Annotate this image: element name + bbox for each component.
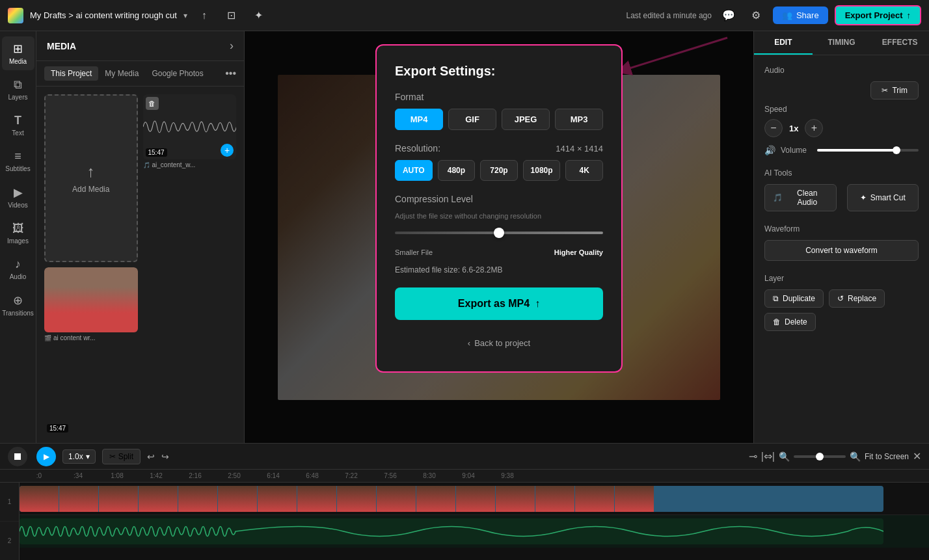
media-item-video[interactable]: 15:47 🎬 ai content wr... xyxy=(44,267,138,435)
resolution-4k-button[interactable]: 4K xyxy=(565,160,603,181)
media-tab-this-project[interactable]: This Project xyxy=(44,66,98,81)
volume-slider[interactable] xyxy=(817,149,919,152)
share-upload-icon[interactable]: ↑ xyxy=(194,5,215,26)
sidebar-item-videos[interactable]: ▶ Videos xyxy=(2,180,34,214)
media-grid: ↑ Add Media 🗑 15:47 + 🎵 ai_content_w... xyxy=(36,87,244,443)
top-bar: My Drafts > ai content writing rough cut… xyxy=(0,0,929,31)
speed-label: Speed xyxy=(764,105,787,114)
play-button[interactable] xyxy=(8,447,27,466)
fit-markers-icon[interactable]: |⇔| xyxy=(761,450,775,462)
resolution-auto-button[interactable]: AUTO xyxy=(395,160,433,181)
clean-audio-button[interactable]: 🎵 Clean Audio xyxy=(764,184,837,211)
split-marker-icon[interactable]: ⊸ xyxy=(749,450,757,462)
zoom-out-icon[interactable]: 🔍 xyxy=(779,451,790,462)
share-button[interactable]: 👥 Share xyxy=(773,7,828,24)
tab-effects[interactable]: EFFECTS xyxy=(870,31,929,55)
speed-increase-button[interactable]: + xyxy=(805,119,823,137)
resolution-1080p-button[interactable]: 1080p xyxy=(523,160,561,181)
format-jpeg-button[interactable]: JPEG xyxy=(502,109,550,130)
zoom-in-icon[interactable]: 🔍 xyxy=(850,451,861,462)
split-button[interactable]: ✂ Split xyxy=(102,449,141,464)
audio-clip[interactable] xyxy=(20,518,883,544)
sidebar-item-label-audio: Audio xyxy=(10,273,27,280)
speed-value: 1x xyxy=(789,124,798,133)
compression-slider[interactable] xyxy=(494,228,504,238)
export-modal: Export Settings: Format MP4 GIF JPEG MP3… xyxy=(375,44,623,373)
fit-to-screen-button[interactable]: Fit to Screen xyxy=(865,452,909,461)
sidebar-item-label-videos: Videos xyxy=(8,202,27,209)
magic-icon[interactable]: ✦ xyxy=(249,5,269,26)
audio-track xyxy=(20,515,929,548)
export-resolution-value: 1414 × 1414 xyxy=(556,144,603,153)
smart-cut-button[interactable]: ✦ Smart Cut xyxy=(847,184,919,211)
ruler-mark: :34 xyxy=(59,472,98,479)
sidebar-item-label-transitions: Transitions xyxy=(2,310,34,317)
format-gif-button[interactable]: GIF xyxy=(448,109,496,130)
subtitles-icon: ≡ xyxy=(14,150,21,163)
add-media-button[interactable]: ↑ Add Media xyxy=(44,94,138,262)
volume-row: 🔊 Volume xyxy=(764,145,919,155)
export-upload-icon: ↑ xyxy=(535,298,540,310)
add-media-label: Add Media xyxy=(72,185,109,194)
delete-button[interactable]: 🗑 Delete xyxy=(764,313,816,331)
sidebar-item-media[interactable]: ⊞ Media xyxy=(2,36,34,70)
sidebar-item-subtitles[interactable]: ≡ Subtitles xyxy=(2,144,34,178)
present-icon[interactable]: ⊡ xyxy=(221,5,242,26)
trim-button[interactable]: ✂ Trim xyxy=(870,81,919,100)
audio-section-title: Audio xyxy=(764,66,919,75)
trim-icon: ✂ xyxy=(882,86,888,95)
layer-section-title: Layer xyxy=(764,274,919,283)
media-delete-icon[interactable]: 🗑 xyxy=(146,97,159,110)
sidebar-item-audio[interactable]: ♪ Audio xyxy=(2,252,34,286)
zoom-slider[interactable] xyxy=(794,455,846,458)
dropdown-arrow-icon[interactable]: ▾ xyxy=(183,11,187,20)
replace-icon: ↺ xyxy=(837,294,844,303)
sidebar-item-text[interactable]: T Text xyxy=(2,109,34,142)
sidebar-item-images[interactable]: 🖼 Images xyxy=(2,217,34,250)
play-pause-button[interactable]: ▶ xyxy=(36,447,56,466)
track-label-2: 2 xyxy=(0,522,19,560)
close-timeline-button[interactable]: ✕ xyxy=(913,450,921,462)
speed-dropdown-icon: ▾ xyxy=(86,452,90,461)
media-tab-my-media[interactable]: My Media xyxy=(98,66,145,81)
media-more-icon[interactable]: ••• xyxy=(225,68,236,79)
duplicate-button[interactable]: ⧉ Duplicate xyxy=(764,289,824,308)
media-panel-header: MEDIA › xyxy=(36,31,244,61)
media-add-to-timeline-icon[interactable]: + xyxy=(221,144,234,157)
export-format-section: Format MP4 GIF JPEG MP3 xyxy=(395,92,603,130)
sidebar-item-transitions[interactable]: ⊕ Transitions xyxy=(2,288,34,322)
replace-button[interactable]: ↺ Replace xyxy=(829,289,885,308)
export-icon: ↑ xyxy=(907,10,911,20)
export-as-mp4-button[interactable]: Export as MP4 ↑ xyxy=(395,287,603,320)
speed-decrease-button[interactable]: − xyxy=(764,119,783,137)
video-canvas: Export Settings: Format MP4 GIF JPEG MP3… xyxy=(245,31,753,443)
format-mp3-button[interactable]: MP3 xyxy=(555,109,603,130)
text-icon: T xyxy=(14,114,21,127)
stop-icon xyxy=(14,453,21,460)
videos-icon: ▶ xyxy=(14,185,23,200)
sidebar-item-label-layers: Layers xyxy=(8,94,27,101)
redo-button[interactable]: ↪ xyxy=(161,451,169,462)
undo-button[interactable]: ↩ xyxy=(147,451,155,462)
media-tab-google-photos[interactable]: Google Photos xyxy=(145,66,209,81)
back-chevron-icon: ‹ xyxy=(468,338,470,348)
sidebar-item-layers[interactable]: ⧉ Layers xyxy=(2,73,34,106)
compression-description: Adjust the file size without changing re… xyxy=(395,212,603,220)
tab-timing[interactable]: TIMING xyxy=(813,31,871,55)
comment-icon[interactable]: 💬 xyxy=(718,5,739,26)
tab-edit[interactable]: EDIT xyxy=(754,31,813,55)
main-area: ⊞ Media ⧉ Layers T Text ≡ Subtitles ▶ Vi… xyxy=(0,31,929,443)
back-to-project-button[interactable]: ‹ Back to project xyxy=(395,333,603,353)
video-clip[interactable] xyxy=(20,486,883,512)
playback-speed-selector[interactable]: 1.0x ▾ xyxy=(62,449,96,464)
resolution-720p-button[interactable]: 720p xyxy=(480,160,518,181)
export-project-button[interactable]: Export Project ↑ xyxy=(835,5,921,25)
format-mp4-button[interactable]: MP4 xyxy=(395,109,443,130)
media-item-audio[interactable]: 🗑 15:47 + 🎵 ai_content_w... xyxy=(143,94,237,262)
resolution-480p-button[interactable]: 480p xyxy=(438,160,476,181)
audio-section: Audio ✂ Trim Speed − 1x + 🔊 Vo xyxy=(764,66,919,155)
convert-to-waveform-button[interactable]: Convert to waveform xyxy=(764,240,919,261)
media-panel-collapse-button[interactable]: › xyxy=(230,39,234,53)
settings-icon[interactable]: ⚙ xyxy=(746,5,766,26)
ruler-marks: :0 :34 1:08 1:42 2:16 2:50 6:14 6:48 7:2… xyxy=(20,472,929,479)
